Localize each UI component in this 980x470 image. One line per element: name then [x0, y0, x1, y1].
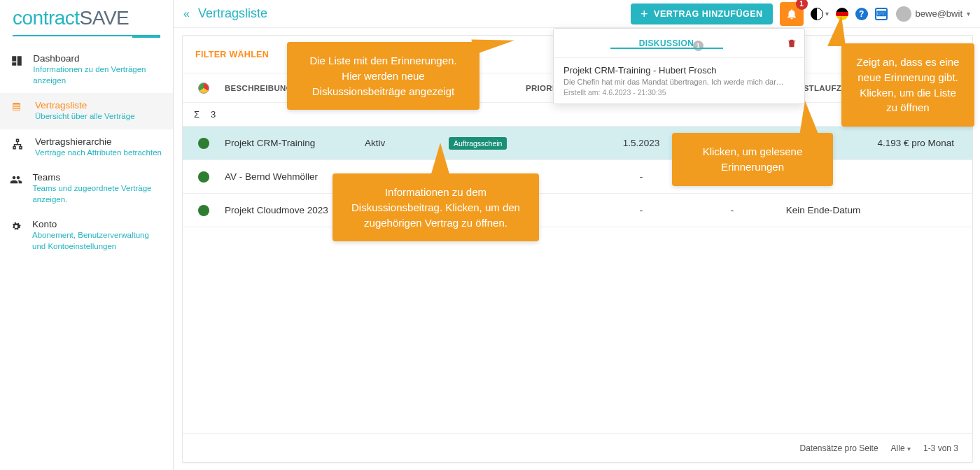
add-contract-label: VERTRAG HINZUFÜGEN [654, 9, 763, 19]
help-button[interactable]: ? [855, 8, 868, 20]
filter-label[interactable]: FILTER WÄHLEN [195, 50, 269, 59]
tab-label: DISKUSSION [639, 38, 694, 48]
nav-subtitle: Verträge nach Attributen betrachten [35, 148, 162, 159]
notification-title: Projekt CRM-Training - Hubert Frosch [564, 65, 794, 76]
nav-title: Konto [32, 219, 163, 229]
status-dot-icon [198, 171, 209, 183]
notifications-badge: 1 [796, 0, 808, 10]
dashboard-icon [10, 53, 23, 67]
teams-icon [10, 172, 22, 186]
notification-item[interactable]: Projekt CRM-Training - Hubert Frosch Die… [554, 58, 804, 104]
nav-title: Dashboard [33, 53, 163, 64]
trash-icon [786, 38, 797, 49]
table-row[interactable]: AV - Bernd Wehmöller - - [183, 160, 972, 194]
callout-discussion-info: Informationen zu dem Diskussionsbeitrag.… [332, 173, 539, 241]
callout-reminder-list: Die Liste mit den Erinnerungen. Hier wer… [287, 42, 479, 110]
page-title: Vertragsliste [198, 6, 267, 21]
logo: contractSAVE [0, 0, 173, 42]
callout-read-reminders: Klicken, um gelesene Erinnerungen [672, 133, 833, 186]
sidebar-item-hierarchie[interactable]: VertragshierarchieVerträge nach Attribut… [0, 129, 173, 166]
table-row[interactable]: Projekt CRM-Training Aktiv Auftragsschei… [183, 127, 972, 160]
status-dot-icon [198, 138, 209, 149]
cell-end: - [687, 205, 778, 215]
notifications-popover: DISKUSSION 1 Projekt CRM-Training - Hube… [553, 28, 805, 104]
tab-diskussion[interactable]: DISKUSSION 1 [554, 38, 779, 48]
tab-badge: 1 [693, 41, 704, 51]
shortcut-icon: ⌨ [875, 8, 888, 20]
shortcut-button[interactable]: ⌨ [875, 8, 888, 20]
sigma-icon: Σ [183, 109, 211, 120]
user-menu[interactable]: bewe@bwit ▾ [896, 6, 970, 22]
help-icon: ? [855, 8, 868, 20]
contrast-toggle[interactable]: ▾ [811, 8, 829, 20]
sidebar: contractSAVE DashboardInformationen zu d… [0, 0, 174, 470]
sidebar-item-vertragsliste[interactable]: VertragslisteÜbersicht über alle Verträg… [0, 93, 173, 129]
nav-subtitle: Abonement, Benutzerverwaltung und Kontoe… [32, 230, 163, 252]
hierarchy-icon [10, 136, 25, 150]
add-contract-button[interactable]: +VERTRAG HINZUFÜGEN [631, 3, 773, 24]
nav-title: Teams [32, 172, 163, 183]
notification-body: Die Chefin hat mir das Mandat übertragen… [564, 78, 794, 86]
per-page-label: Datensätze pro Seite [800, 443, 878, 453]
status-filter-icon[interactable] [198, 83, 209, 94]
cell-rest: Kein Ende-Datum [778, 205, 869, 215]
plus-icon: + [640, 10, 648, 18]
logo-part1: contract [13, 7, 80, 29]
chevron-down-icon: ▾ [967, 10, 970, 17]
contrast-icon [811, 8, 823, 20]
bell-icon [785, 8, 798, 20]
cell-amount: 4.193 € pro Monat [869, 138, 972, 148]
sum-count: 3 [211, 109, 239, 120]
nav-title: Vertragsliste [35, 100, 135, 111]
nav: DashboardInformationen zu den Verträgen … [0, 46, 173, 259]
topbar: « Vertragsliste +VERTRAG HINZUFÜGEN 1 ▾ … [174, 0, 980, 28]
avatar-icon [896, 6, 911, 22]
nav-subtitle: Übersicht über alle Verträge [35, 111, 135, 122]
sidebar-item-dashboard[interactable]: DashboardInformationen zu den Verträgen … [0, 46, 173, 93]
notification-meta: Erstellt am: 4.6.2023 - 21:30:35 [564, 88, 794, 97]
table-footer: Datensätze pro Seite Alle ▾ 1-3 von 3 [183, 433, 972, 462]
list-icon [10, 100, 25, 114]
status-dot-icon [198, 205, 209, 216]
nav-subtitle: Teams und zugeordnete Verträge anzeigen. [32, 183, 163, 205]
gear-icon [10, 219, 22, 233]
cell-badge: Auftragsschein [449, 137, 507, 150]
collapse-sidebar-button[interactable]: « [179, 5, 194, 23]
per-page-select[interactable]: Alle ▾ [891, 443, 911, 453]
sidebar-item-konto[interactable]: KontoAbonement, Benutzerverwaltung und K… [0, 212, 173, 259]
cell-desc: Projekt CRM-Training [225, 138, 365, 148]
nav-title: Vertragshierarchie [35, 136, 162, 147]
nav-subtitle: Informationen zu den Verträgen anzeigen [33, 64, 163, 86]
sidebar-item-teams[interactable]: TeamsTeams und zugeordnete Verträge anze… [0, 165, 173, 212]
callout-bell-indicator: Zeigt an, dass es eine neue Erinnerung g… [841, 43, 974, 127]
logo-part2: SAVE [80, 7, 130, 29]
table-row[interactable]: Projekt Cloudmove 2023 - - Kein Ende-Dat… [183, 194, 972, 227]
cell-start: - [596, 205, 687, 215]
user-name: bewe@bwit [916, 8, 962, 19]
pagination-range: 1-3 von 3 [923, 443, 958, 453]
clear-notifications-button[interactable] [779, 38, 804, 49]
